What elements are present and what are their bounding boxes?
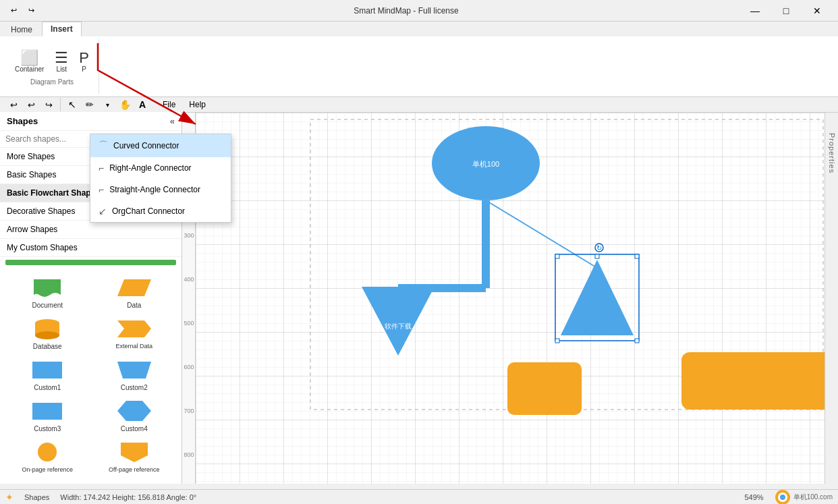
svg-text:↻: ↻ xyxy=(596,244,602,252)
status-shapes-icon: ✦ xyxy=(5,492,13,503)
canvas-area[interactable]: -200 -100 0 100 200 300 400 500 600 700 … xyxy=(182,112,838,484)
custom3-shape[interactable]: Custom3 xyxy=(5,397,90,435)
container-label: Container xyxy=(15,65,44,73)
select-btn[interactable]: ↖ xyxy=(64,96,80,113)
titlebar: ↩ ↪ Smart MindMap - Full license — □ ✕ xyxy=(0,0,838,22)
svg-text:500: 500 xyxy=(184,320,194,327)
canvas-with-ruler: 100 200 300 400 500 600 700 800 900 xyxy=(182,113,838,484)
curved-connector-label: Curved Connector xyxy=(113,141,179,150)
dropdown-btn[interactable]: ▾ xyxy=(99,96,115,113)
toolbar-redo[interactable]: ↪ xyxy=(23,3,39,19)
data-icon xyxy=(117,276,151,300)
help-menu[interactable]: Help xyxy=(182,99,213,111)
custom2-icon xyxy=(117,358,151,382)
external-data-shape[interactable]: External Data xyxy=(92,314,177,353)
document-icon xyxy=(30,276,64,300)
p-icon: P xyxy=(79,51,89,65)
data-shape[interactable]: Data xyxy=(92,273,177,312)
statusbar: ✦ Shapes Width: 174.242 Height: 156.818 … xyxy=(0,489,838,504)
svg-marker-1 xyxy=(117,279,151,296)
connector-dropdown: ⌒ Curved Connector ⌐ Right-Angle Connect… xyxy=(90,134,231,223)
arrow-shapes-category[interactable]: Arrow Shapes xyxy=(0,221,181,239)
custom4-icon xyxy=(117,399,151,423)
svg-rect-55 xyxy=(635,339,639,343)
straight-angle-icon: ⌐ xyxy=(99,184,104,195)
svg-marker-11 xyxy=(121,443,148,462)
p-label: P xyxy=(82,65,86,73)
document-shape[interactable]: Document xyxy=(5,273,90,312)
on-page-ref-icon xyxy=(30,441,64,464)
ribbon-group-diagram-parts: ⬜ Container ☰ List P P Diagram Parts xyxy=(5,39,99,94)
minimize-button[interactable]: — xyxy=(739,0,771,22)
data-label: Data xyxy=(127,302,141,309)
green-separator-bar xyxy=(5,260,176,265)
document-label: Document xyxy=(32,302,63,309)
collapse-icon[interactable]: « xyxy=(170,116,175,126)
list-icon: ☰ xyxy=(55,51,68,65)
svg-marker-5 xyxy=(117,320,151,337)
watermark-logo: 单机100.com xyxy=(775,489,833,505)
maximize-button[interactable]: □ xyxy=(771,0,802,22)
custom4-shape[interactable]: Custom4 xyxy=(92,397,177,435)
on-page-ref-shape[interactable]: On-page reference xyxy=(5,438,90,476)
tab-insert[interactable]: Insert xyxy=(42,22,82,36)
canvas-main[interactable]: 单机100 软件下载 xyxy=(196,113,825,484)
basic-flowchart-label: Basic Flowchart Shapes xyxy=(7,188,100,198)
svg-rect-58 xyxy=(507,362,582,415)
redo3-btn[interactable]: ↪ xyxy=(40,96,57,113)
svg-text:软件下载: 软件下载 xyxy=(385,323,412,330)
external-data-icon xyxy=(117,317,151,341)
svg-marker-9 xyxy=(117,401,151,421)
more-shapes-label: More Shapes xyxy=(7,152,55,161)
right-angle-label: Right-Angle Connector xyxy=(109,163,191,173)
right-properties-panel: Properties xyxy=(825,113,838,484)
custom3-icon xyxy=(30,399,64,423)
curved-connector-item[interactable]: ⌒ Curved Connector xyxy=(90,134,231,157)
straight-angle-connector-item[interactable]: ⌐ Straight-Angle Connector xyxy=(90,179,231,200)
file-menu[interactable]: File xyxy=(156,99,182,111)
custom1-icon xyxy=(30,358,64,382)
svg-text:800: 800 xyxy=(184,451,194,458)
database-shape[interactable]: Database xyxy=(5,314,90,353)
ribbon-container-btn[interactable]: ⬜ Container xyxy=(11,48,48,76)
curved-connector-icon: ⌒ xyxy=(99,140,108,152)
custom2-label: Custom2 xyxy=(121,384,148,391)
undo-btn[interactable]: ↩ xyxy=(5,96,22,113)
redo2-btn[interactable]: ↩ xyxy=(23,96,39,113)
pen-btn[interactable]: ✏ xyxy=(82,96,98,113)
svg-marker-7 xyxy=(117,362,151,379)
window-title: Smart MindMap - Full license xyxy=(73,6,739,16)
off-page-ref-label: Off-page reference xyxy=(109,466,159,473)
off-page-ref-shape[interactable]: Off-page reference xyxy=(92,438,177,476)
straight-angle-label: Straight-Angle Connector xyxy=(109,185,200,194)
right-angle-connector-item[interactable]: ⌐ Right-Angle Connector xyxy=(90,157,231,179)
container-icon: ⬜ xyxy=(20,51,38,65)
hand-btn[interactable]: ✋ xyxy=(117,96,133,113)
orgchart-icon: ↙ xyxy=(99,206,107,217)
custom-shapes-category[interactable]: My Custom Shapes xyxy=(0,239,181,257)
custom4-label: Custom4 xyxy=(121,425,148,432)
orgchart-connector-item[interactable]: ↙ OrgChart Connector xyxy=(90,200,231,222)
database-label: Database xyxy=(33,343,62,350)
ribbon-list-btn[interactable]: ☰ List xyxy=(51,48,72,76)
custom1-shape[interactable]: Custom1 xyxy=(5,356,90,394)
ribbon-tabs: Home Insert xyxy=(0,22,838,36)
svg-point-62 xyxy=(780,495,785,500)
tab-home[interactable]: Home xyxy=(3,23,40,36)
custom3-label: Custom3 xyxy=(34,425,61,432)
svg-text:300: 300 xyxy=(184,232,194,239)
status-zoom: 549% xyxy=(745,493,764,501)
svg-rect-51 xyxy=(555,254,559,258)
custom-shapes-label: My Custom Shapes xyxy=(7,243,78,252)
svg-rect-6 xyxy=(32,362,62,379)
arrow-shapes-label: Arrow Shapes xyxy=(7,225,57,234)
ribbon-p-btn[interactable]: P P xyxy=(75,48,93,76)
menubar: ↩ ↩ ↪ ↖ ✏ ▾ ✋ A File Help xyxy=(0,97,838,112)
toolbar-undo[interactable]: ↩ xyxy=(5,3,22,19)
svg-text:400: 400 xyxy=(184,276,194,283)
text-btn[interactable]: A xyxy=(134,96,150,113)
custom2-shape[interactable]: Custom2 xyxy=(92,356,177,394)
close-button[interactable]: ✕ xyxy=(802,0,833,22)
status-shapes-label: Shapes xyxy=(24,493,49,501)
status-size: Width: 174.242 Height: 156.818 Angle: 0° xyxy=(60,493,196,501)
